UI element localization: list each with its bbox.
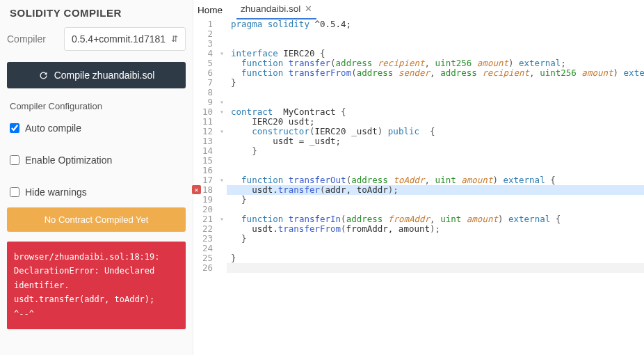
code-line[interactable]: IERC20 usdt;	[227, 117, 644, 127]
close-icon[interactable]: ✕	[305, 3, 312, 14]
tab-home[interactable]: Home	[196, 2, 224, 19]
line-number: 4	[193, 49, 213, 58]
refresh-icon	[38, 70, 49, 81]
auto-compile-label: Auto compile	[25, 123, 81, 134]
error-icon: ✕	[192, 185, 201, 194]
fold-marker	[217, 39, 227, 49]
code-line[interactable]: usdt.transfer(addr, toAddr);	[227, 185, 644, 195]
fold-marker: ▾	[217, 214, 227, 224]
code-line[interactable]: constructor(IERC20 _usdt) public {	[227, 127, 644, 136]
line-number: 26	[193, 263, 213, 273]
code-line[interactable]: function transferOut(address toAddr, uin…	[227, 175, 644, 185]
code-content[interactable]: pragma solidity ^0.5.4;interface IERC20 …	[227, 19, 644, 355]
code-line[interactable]	[227, 39, 644, 49]
code-line[interactable]	[227, 166, 644, 175]
code-line[interactable]	[227, 263, 644, 273]
fold-marker	[217, 185, 227, 195]
code-line[interactable]: }	[227, 253, 644, 263]
fold-marker: ▾	[217, 127, 227, 136]
fold-marker: ▾	[217, 175, 227, 185]
auto-compile-checkbox[interactable]	[10, 123, 19, 133]
code-editor[interactable]: 123456789101112131415161718✕192021222324…	[193, 19, 644, 355]
compile-button-label: Compile zhuandaibi.sol	[54, 70, 155, 81]
config-title: Compiler Configuration	[10, 101, 186, 111]
line-number: 15	[193, 156, 213, 166]
code-line[interactable]	[227, 29, 644, 39]
code-line[interactable]	[227, 97, 644, 107]
hide-warnings-checkbox[interactable]	[10, 187, 19, 197]
line-number: 24	[193, 244, 213, 253]
code-line[interactable]	[227, 156, 644, 166]
line-number: 25	[193, 253, 213, 263]
fold-marker	[217, 19, 227, 29]
fold-marker	[217, 156, 227, 166]
fold-marker	[217, 117, 227, 127]
code-line[interactable]: contract MyContract {	[227, 107, 644, 117]
tab-file-active[interactable]: zhuandaibi.sol ✕	[236, 1, 316, 19]
line-number: 5	[193, 58, 213, 68]
line-number: 22	[193, 224, 213, 234]
code-line[interactable]: }	[227, 78, 644, 88]
compiler-row: Compiler 0.5.4+commit.1d7181	[7, 27, 186, 51]
code-line[interactable]: pragma solidity ^0.5.4;	[227, 19, 644, 29]
enable-opt-label: Enable Optimization	[25, 155, 112, 166]
code-line[interactable]: }	[227, 195, 644, 205]
line-number: 16	[193, 166, 213, 175]
line-number: 20	[193, 205, 213, 214]
line-number: 9	[193, 97, 213, 107]
code-line[interactable]: usdt = _usdt;	[227, 136, 644, 146]
line-number: 21	[193, 214, 213, 224]
compiler-select[interactable]: 0.5.4+commit.1d7181	[64, 27, 186, 51]
code-line[interactable]	[227, 205, 644, 214]
fold-marker	[217, 29, 227, 39]
line-number: 1	[193, 19, 213, 29]
line-number: 19	[193, 195, 213, 205]
hide-warnings-label: Hide warnings	[25, 187, 87, 198]
line-number: 17	[193, 175, 213, 185]
line-number: 2	[193, 29, 213, 39]
fold-marker	[217, 263, 227, 273]
fold-marker: ▾	[217, 97, 227, 107]
fold-marker	[217, 58, 227, 68]
code-line[interactable]: usdt.transferFrom(fromAddr, amount);	[227, 224, 644, 234]
code-line[interactable]: function transferFrom(address sender, ad…	[227, 68, 644, 78]
sidebar: SOLIDITY COMPILER Compiler 0.5.4+commit.…	[0, 0, 193, 355]
line-number: 3	[193, 39, 213, 49]
code-line[interactable]: interface IERC20 {	[227, 49, 644, 58]
line-number: 14	[193, 146, 213, 156]
tab-bar: Home zhuandaibi.sol ✕	[193, 0, 644, 19]
fold-marker	[217, 166, 227, 175]
line-number: 11	[193, 117, 213, 127]
fold-gutter: ▾▾▾▾▾▾	[217, 19, 227, 355]
fold-marker: ▾	[217, 107, 227, 117]
compiler-label: Compiler	[7, 33, 57, 45]
code-line[interactable]: function transferIn(address fromAddr, ui…	[227, 214, 644, 224]
fold-marker	[217, 88, 227, 97]
line-number: 12	[193, 127, 213, 136]
fold-marker	[217, 224, 227, 234]
compile-button[interactable]: Compile zhuandaibi.sol	[7, 62, 186, 88]
enable-opt-row[interactable]: Enable Optimization	[7, 150, 186, 170]
auto-compile-row[interactable]: Auto compile	[7, 118, 186, 138]
line-number: 6	[193, 68, 213, 78]
fold-marker	[217, 234, 227, 244]
fold-marker	[217, 205, 227, 214]
line-number: 23	[193, 234, 213, 244]
panel-title: SOLIDITY COMPILER	[10, 7, 186, 19]
code-line[interactable]	[227, 88, 644, 97]
line-gutter: 123456789101112131415161718✕192021222324…	[193, 19, 217, 355]
code-line[interactable]: function transfer(address recipient, uin…	[227, 58, 644, 68]
fold-marker	[217, 78, 227, 88]
line-number: 13	[193, 136, 213, 146]
fold-marker	[217, 136, 227, 146]
enable-opt-checkbox[interactable]	[10, 155, 19, 165]
code-line[interactable]: }	[227, 146, 644, 156]
line-number: 7	[193, 78, 213, 88]
hide-warnings-row[interactable]: Hide warnings	[7, 182, 186, 202]
line-number: 10	[193, 107, 213, 117]
no-contract-button[interactable]: No Contract Compiled Yet	[7, 207, 186, 232]
code-line[interactable]: }	[227, 234, 644, 244]
main-area: Home zhuandaibi.sol ✕ 123456789101112131…	[193, 0, 644, 355]
line-number: 8	[193, 88, 213, 97]
code-line[interactable]	[227, 244, 644, 253]
